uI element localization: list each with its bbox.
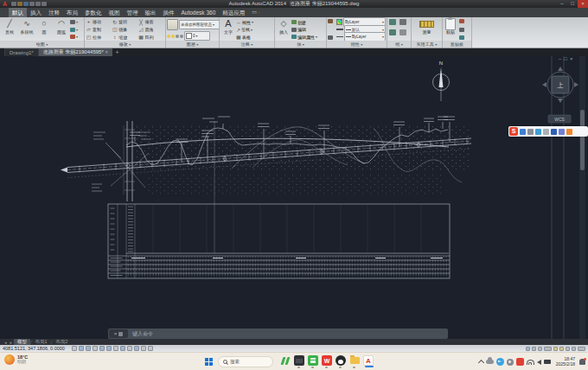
copy-clip-icon[interactable] — [459, 28, 464, 32]
command-close-icon[interactable]: × — [114, 331, 118, 336]
notification-bell-icon[interactable] — [579, 359, 585, 365]
rotate-button[interactable]: ↻旋转 — [112, 18, 137, 26]
weather-widget[interactable]: 18°C 晴朗 — [4, 354, 28, 365]
table-button[interactable]: ▦表格 — [236, 34, 273, 40]
annotation-scale-icon[interactable] — [544, 347, 552, 351]
panel-label-modify[interactable]: 修改 ▾ — [85, 41, 165, 48]
app-file-explorer-icon[interactable] — [349, 355, 360, 366]
dynamic-input-toggle[interactable] — [134, 346, 139, 351]
sogou-logo-icon[interactable]: S — [509, 127, 518, 136]
panel-label-annotation[interactable]: 注释 ▾ — [220, 41, 274, 48]
ribbon-tab-autodesk360[interactable]: Autodesk 360 — [178, 8, 220, 17]
lineweight-toggle[interactable] — [141, 346, 146, 351]
ellipse-flyout[interactable]: ▾ — [70, 27, 78, 33]
command-line[interactable]: × 键入命令 — [108, 329, 448, 339]
dimension-linear-button[interactable]: ↔线性▾ — [236, 19, 273, 25]
scrollbar-thumb[interactable] — [580, 110, 585, 170]
panel-label-draw[interactable]: 绘图 ▾ — [0, 41, 84, 48]
scale-button[interactable]: ↕缩放 — [112, 33, 137, 41]
sogou-toolbox-icon[interactable] — [551, 129, 557, 135]
doc-close-icon[interactable]: × — [570, 56, 573, 62]
panel-label-block[interactable]: 块 ▾ — [275, 41, 326, 48]
ribbon-tab-manage[interactable]: 管理 — [124, 8, 142, 17]
sogou-clipboard-icon[interactable] — [543, 129, 549, 135]
object-snap-tracking-toggle[interactable] — [120, 346, 125, 351]
command-prompt[interactable]: 键入命令 — [132, 330, 153, 338]
auto-scale-icon[interactable] — [559, 347, 564, 351]
array-button[interactable]: ▦阵列 — [138, 33, 164, 41]
layer-dropdown[interactable]: 0▾ — [184, 31, 210, 41]
arc-button[interactable]: ◠ 圆弧 — [53, 18, 70, 41]
app-dark-window-icon[interactable] — [294, 355, 304, 366]
start-button[interactable] — [205, 358, 213, 366]
circle-button[interactable]: ○ 圆 — [35, 18, 53, 41]
pen-device-icon[interactable] — [544, 360, 551, 364]
object-color-dropdown[interactable]: ByLayer▾ — [336, 19, 386, 25]
lock-icon[interactable] — [572, 347, 576, 351]
command-customize-icon[interactable] — [118, 332, 123, 336]
hatch-flyout[interactable]: ▾ — [70, 34, 78, 40]
edit-attributes-button[interactable]: 编辑属性▾ — [291, 34, 325, 40]
drawing-canvas[interactable]: N — [0, 56, 588, 339]
ribbon-tab-layout[interactable]: 布局 — [63, 8, 81, 17]
redo-button[interactable] — [42, 2, 47, 6]
volume-icon[interactable] — [537, 360, 541, 365]
panel-label-properties[interactable]: 特性 ▾ — [327, 41, 387, 48]
line-button[interactable]: ╱ 直线 — [1, 18, 18, 41]
tab-layout1[interactable]: 布局1 — [32, 339, 51, 345]
layer-properties-icon[interactable] — [167, 19, 178, 30]
vertical-scrollbar[interactable] — [579, 56, 585, 339]
model-toggle-icon[interactable] — [526, 347, 530, 351]
ribbon-tab-plugins[interactable]: 插件 — [160, 8, 178, 17]
cut-icon[interactable] — [459, 19, 464, 23]
ribbon-tab-parametric[interactable]: 参数化 — [81, 8, 105, 17]
leader-button[interactable]: ↗引线▾ — [236, 27, 273, 33]
ribbon-tab-insert[interactable]: 插入 — [27, 8, 45, 17]
cloud-icon[interactable] — [486, 360, 494, 364]
app-qq-icon[interactable] — [336, 355, 346, 366]
3d-object-snap-toggle[interactable] — [113, 346, 118, 351]
ucs-selector[interactable]: WCS — [548, 115, 571, 123]
dynamic-ucs-toggle[interactable] — [127, 346, 132, 351]
panel-label-clipboard[interactable]: 剪贴板 — [443, 41, 471, 48]
move-button[interactable]: +移动 — [86, 18, 112, 26]
ribbon-options-icon[interactable]: ▭ ▾ — [252, 8, 259, 17]
ribbon-tab-view[interactable]: 视图 — [105, 8, 124, 17]
doc-minimize-icon[interactable]: – — [559, 56, 561, 62]
quick-view-drawings-icon[interactable] — [538, 347, 542, 351]
clean-screen-icon[interactable] — [578, 347, 585, 351]
app-wps-writer-icon[interactable]: W — [322, 355, 332, 366]
plan-view[interactable] — [61, 117, 471, 201]
save-button[interactable] — [23, 2, 29, 6]
linetype-dropdown[interactable]: ByLayer▾ — [336, 34, 386, 40]
layer-plot-icon[interactable] — [180, 35, 183, 38]
rectangle-flyout[interactable]: ▾ — [70, 19, 78, 25]
telegram-icon[interactable] — [496, 358, 504, 366]
copy-button[interactable]: ▱复制 — [86, 26, 112, 34]
panel-label-layers[interactable]: 图层 ▾ — [166, 41, 219, 48]
trim-button[interactable]: ╳修剪 — [138, 18, 164, 26]
grid-toggle[interactable] — [86, 346, 91, 351]
sogou-skin-icon[interactable] — [566, 129, 572, 135]
stretch-button[interactable]: ◰拉伸 — [86, 33, 112, 41]
infer-constraints-toggle[interactable] — [72, 346, 77, 351]
viewcube[interactable]: 上 — [542, 67, 578, 103]
autocad-logo-icon[interactable]: A — [1, 1, 9, 8]
new-tab-button[interactable]: + — [114, 49, 121, 56]
doc-restore-icon[interactable]: □ — [564, 56, 567, 62]
object-snap-toggle[interactable] — [106, 346, 112, 351]
sogou-pencil-icon[interactable] — [527, 129, 534, 135]
create-block-button[interactable]: 创建 — [291, 19, 325, 25]
sogou-keyboard-icon[interactable] — [520, 129, 526, 135]
fillet-button[interactable]: ◿圆角 — [138, 26, 164, 34]
text-button[interactable]: A 文字 — [220, 18, 236, 41]
app-green-leaves-icon[interactable] — [280, 355, 291, 366]
group-manager-button[interactable] — [399, 29, 406, 35]
tab-layout2[interactable]: 布局2 — [52, 339, 71, 345]
layer-freeze-icon[interactable] — [171, 35, 175, 38]
sogou-mic-icon[interactable] — [535, 129, 541, 135]
group-button[interactable] — [389, 19, 396, 25]
tab-close-icon[interactable]: × — [105, 48, 108, 56]
sogou-grid-icon[interactable] — [559, 129, 565, 135]
tab-nav-left-icon[interactable]: ◂ — [4, 340, 7, 345]
